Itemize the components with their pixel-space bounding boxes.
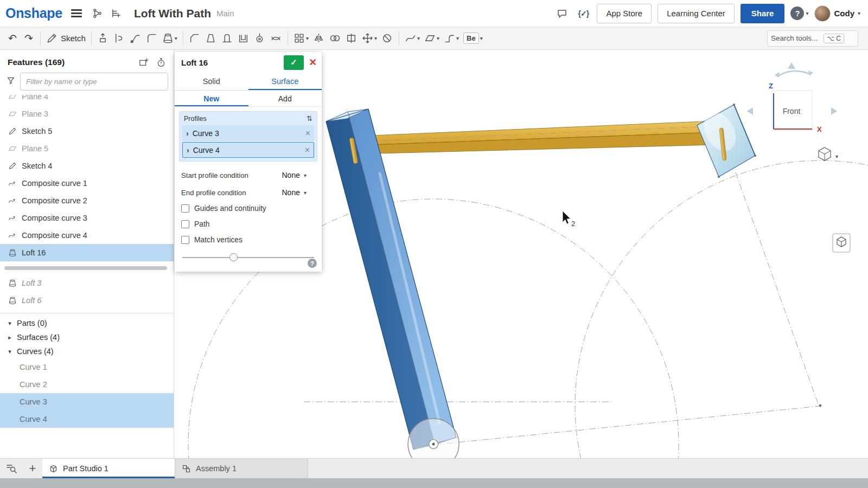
- checkbox[interactable]: [181, 220, 189, 228]
- match-vertices-checkbox-row[interactable]: Match vertices: [175, 232, 322, 248]
- help-menu[interactable]: ? ▾: [790, 7, 808, 20]
- rotate-right-arrowhead[interactable]: [808, 70, 813, 76]
- remove-icon[interactable]: ×: [305, 145, 310, 155]
- onshape-logo[interactable]: Onshape: [5, 5, 62, 21]
- cancel-button[interactable]: ×: [309, 56, 316, 68]
- rib-button[interactable]: [219, 30, 235, 47]
- boolean-icon: [329, 33, 341, 44]
- group-label: Curves (4): [17, 347, 54, 356]
- tab-part-studio[interactable]: Part Studio 1: [42, 459, 175, 478]
- user-menu[interactable]: Cody ▾: [814, 5, 860, 22]
- curve-item[interactable]: Curve 2: [0, 376, 174, 393]
- group-surfaces[interactable]: ▸ Surfaces (4): [0, 330, 174, 344]
- add-tab-button[interactable]: +: [23, 459, 42, 478]
- path-checkbox-row[interactable]: Path: [175, 216, 322, 232]
- transform-button[interactable]: ▾: [360, 30, 379, 47]
- loft-button[interactable]: ▾: [160, 30, 180, 47]
- feature-item[interactable]: Composite curve 1: [0, 175, 174, 192]
- subtab-add[interactable]: Add: [248, 91, 322, 106]
- rotate-left-arrow[interactable]: [747, 107, 753, 115]
- split-button[interactable]: [343, 30, 360, 47]
- group-curves[interactable]: ▾ Curves (4): [0, 344, 174, 358]
- sweep-button[interactable]: [127, 30, 144, 47]
- isometric-view-button[interactable]: [833, 234, 850, 252]
- feature-item[interactable]: Plane 4: [0, 95, 174, 105]
- insert-elements-icon[interactable]: [108, 5, 124, 22]
- wrap-button[interactable]: [268, 30, 284, 47]
- start-condition-select[interactable]: None ▾: [281, 170, 308, 181]
- featurescript-icon[interactable]: {✓}: [576, 6, 591, 21]
- cyan-loft-part[interactable]: [697, 104, 756, 178]
- tab-assembly[interactable]: Assembly 1: [175, 459, 308, 478]
- comments-icon[interactable]: [554, 6, 570, 21]
- feature-item[interactable]: Sketch 5: [0, 123, 174, 140]
- chamfer-button[interactable]: [187, 30, 203, 47]
- versions-icon[interactable]: [90, 5, 106, 22]
- rotate-left-arrowhead[interactable]: [775, 72, 780, 78]
- checkbox[interactable]: [181, 236, 189, 244]
- dialog-help-button[interactable]: ?: [308, 259, 317, 268]
- sketch-button[interactable]: Sketch: [44, 30, 88, 47]
- delete-part-button[interactable]: [379, 30, 395, 47]
- profiles-selection-box[interactable]: Profiles ⇅ › Curve 3 × › Curve 4 ×: [179, 111, 317, 162]
- revolve-button[interactable]: [111, 30, 127, 47]
- custom-features-button[interactable]: Be ▾: [461, 30, 485, 47]
- tab-solid[interactable]: Solid: [175, 73, 248, 90]
- gold-loft-surface[interactable]: [358, 121, 715, 154]
- view-cube-menu[interactable]: ▾: [819, 147, 838, 160]
- feature-item[interactable]: Composite curve 2: [0, 192, 174, 209]
- slider-thumb[interactable]: [229, 253, 238, 261]
- feature-item-suppressed[interactable]: Loft 3: [0, 274, 174, 292]
- learning-center-button[interactable]: Learning Center: [658, 4, 735, 23]
- rotate-right-arrow[interactable]: [831, 107, 837, 115]
- fillet-button[interactable]: [144, 30, 160, 47]
- remove-icon[interactable]: ×: [305, 129, 310, 138]
- history-button[interactable]: [155, 56, 167, 68]
- end-condition-select[interactable]: None ▾: [281, 187, 308, 198]
- rotate-arc-arrows[interactable]: [777, 71, 810, 76]
- redo-button[interactable]: ↷: [21, 30, 37, 47]
- manage-tabs-button[interactable]: [0, 459, 23, 478]
- feature-item-suppressed[interactable]: Loft 6: [0, 292, 174, 309]
- share-button[interactable]: Share: [741, 4, 785, 23]
- feature-item[interactable]: Plane 3: [0, 105, 174, 123]
- checkbox[interactable]: [181, 204, 189, 213]
- dialog-resize-slider[interactable]: [182, 253, 314, 262]
- undo-button[interactable]: ↶: [4, 30, 21, 47]
- boolean-button[interactable]: [327, 30, 343, 47]
- profile-item[interactable]: › Curve 3 ×: [182, 125, 314, 141]
- surface-tools-button[interactable]: ▾: [422, 30, 442, 47]
- curve-tools-button[interactable]: ▾: [403, 30, 422, 47]
- guides-checkbox-row[interactable]: Guides and continuity: [175, 201, 322, 216]
- search-tools-input[interactable]: [771, 34, 821, 42]
- feature-item[interactable]: Sketch 4: [0, 157, 174, 175]
- mirror-button[interactable]: [311, 30, 327, 47]
- feature-filter-input[interactable]: [20, 73, 168, 91]
- app-store-button[interactable]: App Store: [597, 4, 652, 23]
- feature-item[interactable]: Plane 5: [0, 140, 174, 157]
- curve-item-selected[interactable]: Curve 3: [0, 393, 174, 410]
- linear-pattern-button[interactable]: ▾: [291, 30, 311, 47]
- workspace-name[interactable]: Main: [216, 9, 234, 18]
- reorder-icon[interactable]: ⇅: [307, 114, 312, 123]
- tab-surface[interactable]: Surface: [248, 73, 322, 90]
- hole-button[interactable]: [252, 30, 268, 47]
- group-parts[interactable]: ▾ Parts (0): [0, 316, 174, 330]
- profile-item-focused[interactable]: › Curve 4 ×: [182, 142, 314, 158]
- blue-loft-solid[interactable]: [326, 109, 456, 450]
- sheet-metal-button[interactable]: ▾: [442, 30, 461, 47]
- feature-item[interactable]: Composite curve 3: [0, 209, 174, 227]
- curve-item-selected[interactable]: Curve 4: [0, 410, 174, 428]
- rotate-up-arrow[interactable]: [788, 62, 795, 69]
- subtab-new[interactable]: New: [175, 91, 248, 106]
- feature-item-active[interactable]: Loft 16: [0, 244, 174, 261]
- create-folder-button[interactable]: [138, 56, 150, 68]
- confirm-button[interactable]: ✓: [284, 55, 304, 70]
- extrude-button[interactable]: [95, 30, 111, 47]
- horizontal-scrollbar[interactable]: [4, 266, 167, 270]
- shell-button[interactable]: [235, 30, 252, 47]
- feature-item[interactable]: Composite curve 4: [0, 227, 174, 244]
- hamburger-menu-icon[interactable]: [71, 9, 82, 17]
- curve-item[interactable]: Curve 1: [0, 358, 174, 376]
- draft-button[interactable]: [203, 30, 219, 47]
